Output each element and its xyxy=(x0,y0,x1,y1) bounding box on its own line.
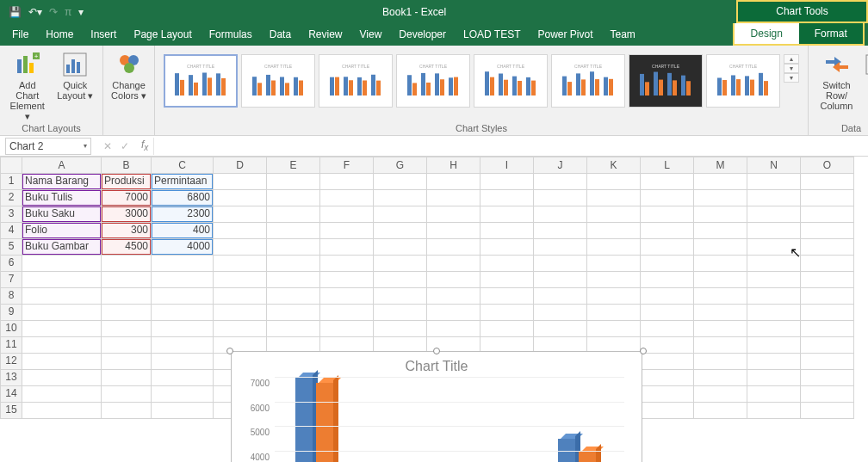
cell-A2[interactable]: Buku Tulis xyxy=(22,190,102,206)
cell-H5[interactable] xyxy=(427,239,480,256)
cell-F8[interactable] xyxy=(320,288,374,305)
gallery-scroll-down[interactable]: ▾ xyxy=(784,64,799,73)
cell-L12[interactable] xyxy=(641,354,694,370)
cell-C13[interactable] xyxy=(152,370,214,386)
chart-style-thumb-5[interactable]: CHART TITLE xyxy=(474,54,548,108)
tab-team[interactable]: Team xyxy=(602,24,644,46)
cell-J7[interactable] xyxy=(534,272,587,288)
cell-E8[interactable] xyxy=(267,288,320,305)
chart-plot-area[interactable]: 01000200030004000500060007000 xyxy=(275,378,624,462)
cell-C8[interactable] xyxy=(152,288,214,305)
cell-B13[interactable] xyxy=(102,370,152,386)
resize-handle[interactable] xyxy=(433,348,440,354)
col-header-O[interactable]: O xyxy=(801,157,854,174)
chart-title[interactable]: Chart Title xyxy=(232,352,642,378)
cell-L9[interactable] xyxy=(641,305,694,321)
row-header-5[interactable]: 5 xyxy=(0,239,22,256)
cell-I9[interactable] xyxy=(480,305,534,321)
cell-J9[interactable] xyxy=(534,305,587,321)
cell-B2[interactable]: 7000 xyxy=(102,190,152,206)
col-header-D[interactable]: D xyxy=(214,157,267,174)
cell-O5[interactable] xyxy=(801,239,854,256)
cell-K1[interactable] xyxy=(587,174,641,190)
cell-F7[interactable] xyxy=(320,272,374,288)
cell-K8[interactable] xyxy=(587,288,641,305)
chart-style-thumb-8[interactable]: CHART TITLE xyxy=(706,54,780,108)
cell-H3[interactable] xyxy=(427,206,480,223)
cell-G4[interactable] xyxy=(374,223,427,239)
cell-B4[interactable]: 300 xyxy=(102,223,152,239)
cell-F5[interactable] xyxy=(320,239,374,256)
cell-M11[interactable] xyxy=(694,337,747,354)
row-header-4[interactable]: 4 xyxy=(0,223,22,239)
cell-C3[interactable]: 2300 xyxy=(152,206,214,223)
cell-O13[interactable] xyxy=(801,370,854,386)
cell-B7[interactable] xyxy=(102,272,152,288)
cell-G8[interactable] xyxy=(374,288,427,305)
col-header-C[interactable]: C xyxy=(152,157,214,174)
cell-H9[interactable] xyxy=(427,305,480,321)
cell-B10[interactable] xyxy=(102,321,152,337)
worksheet-grid[interactable]: ABCDEFGHIJKLMNO 1Nama BarangProduksiPerm… xyxy=(0,157,868,419)
cell-K9[interactable] xyxy=(587,305,641,321)
row-header-8[interactable]: 8 xyxy=(0,288,22,305)
cell-C15[interactable] xyxy=(152,403,214,419)
tab-review[interactable]: Review xyxy=(300,24,350,46)
chart-style-thumb-4[interactable]: CHART TITLE xyxy=(396,54,470,108)
cell-G9[interactable] xyxy=(374,305,427,321)
cell-C7[interactable] xyxy=(152,272,214,288)
cell-C1[interactable]: Permintaan xyxy=(152,174,214,190)
row-header-12[interactable]: 12 xyxy=(0,354,22,370)
cell-H10[interactable] xyxy=(427,321,480,337)
cell-M12[interactable] xyxy=(694,354,747,370)
cell-E5[interactable] xyxy=(267,239,320,256)
add-chart-element-button[interactable]: + Add Chart Element ▾ xyxy=(5,49,50,121)
tab-developer[interactable]: Developer xyxy=(390,24,455,46)
chart-style-thumb-7[interactable]: CHART TITLE xyxy=(629,54,703,108)
cell-N14[interactable] xyxy=(747,386,801,403)
cell-K6[interactable] xyxy=(587,256,641,272)
col-header-G[interactable]: G xyxy=(374,157,427,174)
cell-J3[interactable] xyxy=(534,206,587,223)
cell-I5[interactable] xyxy=(480,239,534,256)
col-header-F[interactable]: F xyxy=(320,157,374,174)
cell-C10[interactable] xyxy=(152,321,214,337)
cell-M9[interactable] xyxy=(694,305,747,321)
cell-O6[interactable] xyxy=(801,256,854,272)
cell-A3[interactable]: Buku Saku xyxy=(22,206,102,223)
cell-L15[interactable] xyxy=(641,403,694,419)
tab-format[interactable]: Format xyxy=(799,23,864,44)
cell-N13[interactable] xyxy=(747,370,801,386)
cell-L7[interactable] xyxy=(641,272,694,288)
cell-F6[interactable] xyxy=(320,256,374,272)
tab-home[interactable]: Home xyxy=(37,24,82,46)
chevron-down-icon[interactable]: ▾ xyxy=(84,142,87,150)
enter-icon[interactable]: ✓ xyxy=(121,140,129,152)
fx-icon[interactable]: fx xyxy=(136,139,153,152)
col-header-B[interactable]: B xyxy=(102,157,152,174)
row-header-2[interactable]: 2 xyxy=(0,190,22,206)
row-header-10[interactable]: 10 xyxy=(0,321,22,337)
row-header-7[interactable]: 7 xyxy=(0,272,22,288)
cell-K4[interactable] xyxy=(587,223,641,239)
cell-B11[interactable] xyxy=(102,337,152,354)
chart-style-thumb-6[interactable]: CHART TITLE xyxy=(551,54,625,108)
cell-G1[interactable] xyxy=(374,174,427,190)
cell-L13[interactable] xyxy=(641,370,694,386)
cell-A5[interactable]: Buku Gambar xyxy=(22,239,102,256)
cell-A10[interactable] xyxy=(22,321,102,337)
cell-I3[interactable] xyxy=(480,206,534,223)
cell-O14[interactable] xyxy=(801,386,854,403)
chart-style-thumb-2[interactable]: CHART TITLE xyxy=(241,54,315,108)
cell-F10[interactable] xyxy=(320,321,374,337)
cell-M5[interactable] xyxy=(694,239,747,256)
tab-page-layout[interactable]: Page Layout xyxy=(125,24,200,46)
cell-A1[interactable]: Nama Barang xyxy=(22,174,102,190)
cell-N9[interactable] xyxy=(747,305,801,321)
cell-D8[interactable] xyxy=(214,288,267,305)
resize-handle[interactable] xyxy=(640,348,647,354)
cell-G3[interactable] xyxy=(374,206,427,223)
cell-J4[interactable] xyxy=(534,223,587,239)
cell-A13[interactable] xyxy=(22,370,102,386)
cell-N10[interactable] xyxy=(747,321,801,337)
